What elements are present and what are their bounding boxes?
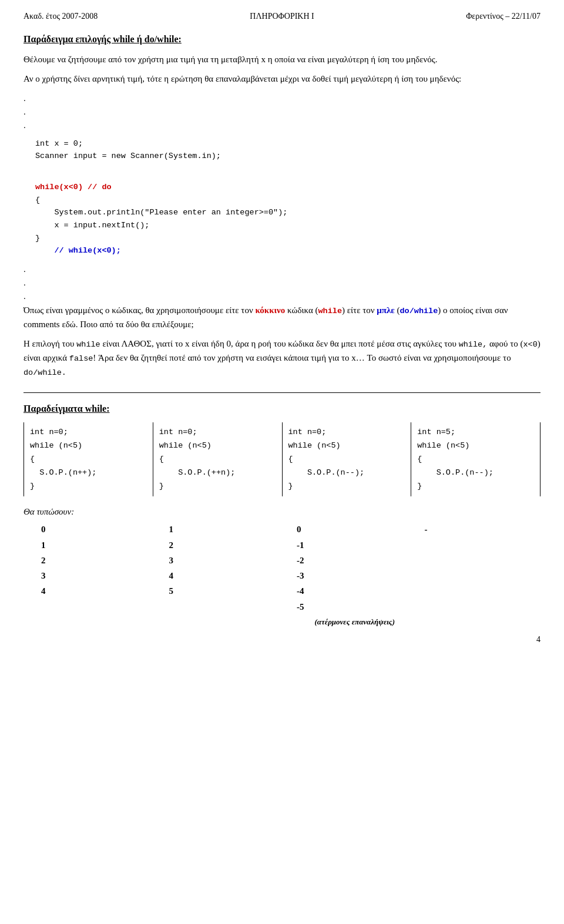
output-col-4: - [413, 522, 541, 629]
output-col-2: 1 2 3 4 5 [157, 522, 286, 629]
output-col-3: 0 -1 -2 -3 -4 -5 (ατέρμονες επαναλήψεις) [285, 522, 413, 629]
header-center: ΠΛΗΡΟΦΟΡΙΚΗ Ι [196, 12, 368, 21]
output-3-val-4: -4 [297, 583, 413, 599]
page-header: Ακαδ. έτος 2007-2008 ΠΛΗΡΟΦΟΡΙΚΗ Ι Φερεν… [24, 12, 540, 21]
example-3-code: int n=0;while (n<5){ S.O.P.(n--);} [288, 428, 365, 490]
output-1-val-0: 0 [41, 522, 157, 537]
dots-1: . [24, 92, 540, 105]
example-2-code: int n=0;while (n<5){ S.O.P.(++n);} [159, 428, 236, 490]
example-1-code: int n=0;while (n<5){ S.O.P.(n++);} [30, 428, 96, 490]
header-right: Φερεντίνος – 22/11/07 [368, 12, 540, 21]
examples-grid: int n=0;while (n<5){ S.O.P.(n++);} int n… [24, 422, 540, 497]
example-4-code: int n=5;while (n<5){ S.O.P.(n--);} [417, 428, 494, 490]
output-3-val-1: -1 [297, 537, 413, 553]
section1-title: Παράδειγμα επιλογής while ή do/while: [24, 34, 540, 45]
output-1-val-2: 2 [41, 553, 157, 568]
output-1-val-3: 3 [41, 568, 157, 583]
output-1-val-4: 4 [41, 583, 157, 599]
output-grid: 0 1 2 3 4 1 2 3 4 5 0 -1 -2 -3 -4 -5 (ατ… [24, 522, 540, 629]
dots-5: . [24, 277, 540, 289]
output-3-val-5: -5 [297, 599, 413, 614]
output-3-val-3: -3 [297, 568, 413, 583]
output-4-val-0: - [425, 522, 541, 537]
output-2-val-3: 4 [169, 568, 286, 583]
output-3-note: (ατέρμονες επαναλήψεις) [297, 616, 413, 629]
output-3-val-2: -2 [297, 553, 413, 568]
output-col-1: 0 1 2 3 4 [29, 522, 157, 629]
output-2-val-2: 3 [169, 553, 286, 568]
dots-2: . [24, 106, 540, 118]
code-block-init: int x = 0; Scanner input = new Scanner(S… [35, 137, 540, 163]
dots-4: . [24, 263, 540, 275]
code-block-while: while(x<0) // do { System.out.println("P… [35, 169, 540, 257]
section1-para1: Θέλουμε να ζητήσουμε από τον χρήστη μια … [24, 53, 540, 66]
dots-3: . [24, 119, 540, 132]
example-col-3: int n=0;while (n<5){ S.O.P.(n--);} [283, 422, 412, 497]
page-number: 4 [24, 635, 540, 644]
output-2-val-0: 1 [169, 522, 286, 537]
output-1-val-1: 1 [41, 537, 157, 553]
output-title: Θα τυπώσουν: [24, 507, 540, 517]
example-col-1: int n=0;while (n<5){ S.O.P.(n++);} [24, 422, 153, 497]
examples-title: Παραδείγματα while: [24, 404, 540, 414]
output-2-val-4: 5 [169, 583, 286, 599]
output-3-val-0: 0 [297, 522, 413, 537]
analysis-para2: Η επιλογή του while είναι ΛΑΘΟΣ, γιατί τ… [24, 337, 540, 379]
output-section: Θα τυπώσουν: 0 1 2 3 4 1 2 3 4 5 0 -1 -2… [24, 507, 540, 629]
example-col-4: int n=5;while (n<5){ S.O.P.(n--);} [411, 422, 540, 497]
section-divider [24, 392, 540, 393]
header-left: Ακαδ. έτος 2007-2008 [24, 12, 196, 21]
output-2-val-1: 2 [169, 537, 286, 553]
section1-para2: Αν ο χρήστης δίνει αρνητική τιμή, τότε η… [24, 72, 540, 86]
dots-6: . [24, 290, 540, 303]
analysis-para1: Όπως είναι γραμμένος ο κώδικας, θα χρησι… [24, 304, 540, 331]
example-col-2: int n=0;while (n<5){ S.O.P.(++n);} [153, 422, 283, 497]
